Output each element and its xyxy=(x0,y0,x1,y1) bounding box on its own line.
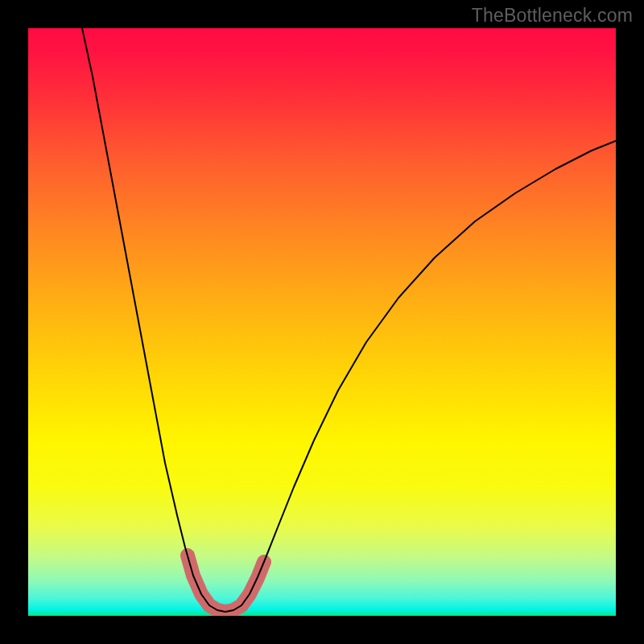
chart-svg xyxy=(28,28,616,616)
main-curve-path xyxy=(82,28,616,612)
watermark-text: TheBottleneck.com xyxy=(472,5,633,27)
chart-plot-area xyxy=(28,28,616,616)
bottom-highlight-path xyxy=(188,555,264,612)
